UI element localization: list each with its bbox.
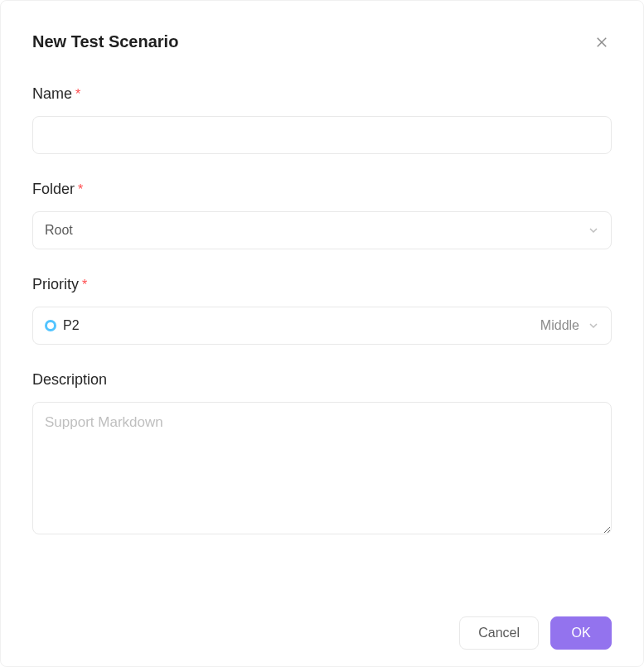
folder-field-group: Folder* Root <box>32 181 612 249</box>
priority-label: Priority* <box>32 276 612 293</box>
dialog-footer: Cancel OK <box>459 616 612 650</box>
name-label: Name* <box>32 85 612 103</box>
close-icon <box>594 35 609 50</box>
ok-button[interactable]: OK <box>550 616 612 650</box>
folder-selected-value: Root <box>45 223 73 238</box>
priority-field-group: Priority* P2 Middle <box>32 276 612 345</box>
priority-selected-text: Middle <box>540 318 579 333</box>
priority-selected-code: P2 <box>63 318 80 333</box>
priority-select[interactable]: P2 Middle <box>32 307 612 345</box>
new-test-scenario-dialog: New Test Scenario Name* Folder* Root Pri… <box>0 0 644 667</box>
dialog-title: New Test Scenario <box>32 32 178 51</box>
required-mark: * <box>78 182 83 196</box>
folder-label-text: Folder <box>32 181 75 197</box>
folder-select[interactable]: Root <box>32 211 612 249</box>
name-label-text: Name <box>32 85 72 102</box>
name-input[interactable] <box>32 116 612 154</box>
name-field-group: Name* <box>32 85 612 154</box>
chevron-down-icon <box>588 225 599 236</box>
priority-selected-right: Middle <box>540 318 599 333</box>
close-button[interactable] <box>592 32 612 52</box>
folder-label: Folder* <box>32 181 612 198</box>
description-textarea[interactable] <box>32 402 612 534</box>
description-label: Description <box>32 371 612 389</box>
priority-circle-icon <box>45 320 56 331</box>
required-mark: * <box>75 87 80 101</box>
required-mark: * <box>82 278 87 292</box>
priority-label-text: Priority <box>32 276 79 292</box>
chevron-down-icon <box>588 320 599 331</box>
dialog-header: New Test Scenario <box>32 32 612 52</box>
cancel-button[interactable]: Cancel <box>459 616 539 650</box>
description-field-group: Description <box>32 371 612 538</box>
priority-selected-left: P2 <box>45 318 80 333</box>
